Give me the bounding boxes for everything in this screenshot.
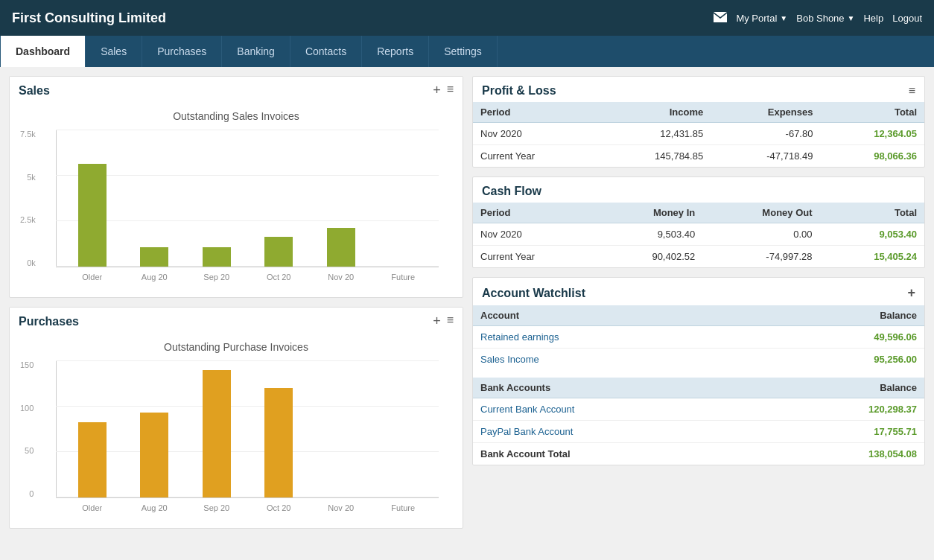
cash-flow-card: Cash Flow Period Money In Money Out Tota… [472, 176, 925, 268]
my-portal-menu[interactable]: My Portal ▼ [736, 13, 787, 24]
sales-bars: Older Aug 20 Sep 20 Oct 20 [56, 130, 439, 267]
nav-reports[interactable]: Reports [362, 36, 429, 67]
table-row: Nov 2020 12,431.85 -67.80 12,364.05 [473, 123, 924, 145]
nav-dashboard[interactable]: Dashboard [0, 36, 86, 67]
cf-total-2: 15,405.24 [820, 246, 924, 268]
purchases-section-title: Purchases [19, 315, 79, 328]
right-column: Profit & Loss ≡ Period Income Expenses T… [472, 76, 925, 551]
pl-income-2: 145,784.85 [597, 145, 711, 168]
profit-loss-title: Profit & Loss [482, 84, 556, 98]
bar-group-future-sales: Future [374, 130, 433, 267]
pl-period-1: Nov 2020 [473, 123, 597, 145]
bar-sep-pur[interactable] [203, 370, 231, 497]
table-row: Current Bank Account 120,298.37 [473, 398, 924, 421]
bar-nov-sales[interactable] [327, 228, 355, 267]
cf-period-2: Current Year [473, 246, 598, 268]
nav-sales[interactable]: Sales [86, 36, 142, 67]
user-menu[interactable]: Bob Shone ▼ [796, 13, 854, 24]
mail-icon[interactable] [714, 12, 727, 25]
cash-flow-header: Cash Flow [473, 177, 924, 203]
pl-income-1: 12,431.85 [597, 123, 711, 145]
bar-group-aug-pur: Aug 20 [125, 360, 185, 497]
bar-group-aug-sales: Aug 20 [125, 130, 185, 267]
bar-group-sep-sales: Sep 20 [187, 130, 247, 267]
user-link[interactable]: Bob Shone [796, 13, 844, 24]
ba-account-2[interactable]: PayPal Bank Account [473, 421, 758, 443]
left-column: Sales + ≡ Outstanding Sales Invoices 7.5… [9, 76, 463, 551]
ba-balance-2: 17,755.71 [758, 421, 924, 443]
watchlist-add-icon[interactable]: + [907, 285, 915, 301]
bar-oct-sales[interactable] [264, 237, 293, 267]
cf-moneyin-1: 9,503.40 [598, 223, 702, 246]
p-y-label-1: 100 [20, 404, 34, 413]
wl-col-balance: Balance [752, 305, 924, 326]
help-link[interactable]: Help [863, 13, 883, 24]
table-row: Nov 2020 9,503.40 0.00 9,053.40 [473, 223, 924, 246]
bar-sep-sales[interactable] [203, 247, 231, 267]
bar-label-sep-sales: Sep 20 [203, 273, 229, 281]
bar-group-nov-pur: Nov 20 [311, 360, 371, 497]
ba-account-1[interactable]: Current Bank Account [473, 398, 758, 421]
bar-aug-sales[interactable] [140, 247, 168, 267]
purchases-card-header: Purchases + ≡ [10, 308, 463, 335]
user-arrow: ▼ [848, 14, 855, 22]
bar-group-older-pur: Older [63, 360, 122, 497]
app-header: First Consulting Limited My Portal ▼ Bob… [0, 0, 934, 36]
bar-label-older-sales: Older [82, 273, 102, 281]
purchases-list-icon[interactable]: ≡ [447, 314, 454, 329]
p-y-axis: 150 100 50 0 [20, 360, 34, 498]
bar-older-pur[interactable] [78, 422, 107, 497]
sales-card-header: Sales + ≡ [10, 77, 463, 104]
sales-chart-container: Outstanding Sales Invoices 7.5k 5k 2.5k … [10, 104, 463, 297]
sales-list-icon[interactable]: ≡ [447, 83, 454, 98]
sales-add-icon[interactable]: + [433, 83, 441, 98]
cf-col-period: Period [473, 203, 598, 223]
wl-balance-2: 95,256.00 [752, 349, 924, 371]
pl-col-expenses: Expenses [711, 102, 820, 123]
pl-expenses-1: -67.80 [711, 123, 820, 145]
nav-purchases[interactable]: Purchases [142, 36, 222, 67]
table-row: Current Year 145,784.85 -47,718.49 98,06… [473, 145, 924, 168]
nav-settings[interactable]: Settings [429, 36, 498, 67]
nav-contacts[interactable]: Contacts [290, 36, 362, 67]
pl-total-2: 98,066.36 [820, 145, 924, 168]
cf-moneyout-1: 0.00 [702, 223, 819, 246]
bank-header-row: Bank Accounts Balance [473, 378, 924, 398]
ba-col-balance: Balance [758, 378, 924, 398]
bar-label-future-pur: Future [391, 503, 415, 512]
profit-loss-header-row: Period Income Expenses Total [473, 102, 924, 123]
my-portal-link[interactable]: My Portal [736, 13, 777, 24]
ba-total-value: 138,054.08 [758, 443, 924, 465]
cash-flow-header-row: Period Money In Money Out Total [473, 203, 924, 223]
bar-label-older-pur: Older [82, 503, 102, 512]
purchases-chart-title: Outstanding Purchase Invoices [19, 341, 454, 353]
bar-label-nov-sales: Nov 20 [328, 273, 354, 281]
bar-label-aug-pur: Aug 20 [142, 503, 168, 512]
profit-loss-header: Profit & Loss ≡ [473, 77, 924, 102]
bar-aug-pur[interactable] [140, 413, 168, 497]
table-row: PayPal Bank Account 17,755.71 [473, 421, 924, 443]
purchases-card: Purchases + ≡ Outstanding Purchase Invoi… [9, 307, 463, 529]
bar-oct-pur[interactable] [264, 388, 293, 497]
bar-group-oct-sales: Oct 20 [250, 130, 309, 267]
y-label-3: 0k [27, 258, 36, 267]
cf-col-money-out: Money Out [702, 203, 819, 223]
cf-col-total: Total [820, 203, 924, 223]
bar-label-nov-pur: Nov 20 [328, 503, 354, 512]
bar-group-future-pur: Future [374, 360, 433, 497]
nav-banking[interactable]: Banking [222, 36, 290, 67]
cf-period-1: Nov 2020 [473, 223, 598, 246]
bar-older-sales[interactable] [78, 164, 107, 267]
purchases-chart-container: Outstanding Purchase Invoices 150 100 50… [10, 335, 463, 528]
wl-account-2[interactable]: Sales Income [473, 349, 752, 371]
cf-moneyout-2: -74,997.28 [702, 246, 819, 268]
profit-loss-menu-icon[interactable]: ≡ [909, 84, 915, 98]
purchases-add-icon[interactable]: + [433, 314, 441, 329]
bar-group-sep-pur: Sep 20 [187, 360, 247, 497]
ba-balance-1: 120,298.37 [758, 398, 924, 421]
logout-link[interactable]: Logout [892, 13, 922, 24]
pl-expenses-2: -47,718.49 [711, 145, 820, 168]
wl-account-1[interactable]: Retained earnings [473, 326, 752, 349]
cf-moneyin-2: 90,402.52 [598, 246, 702, 268]
bar-group-older-sales: Older [63, 130, 122, 267]
